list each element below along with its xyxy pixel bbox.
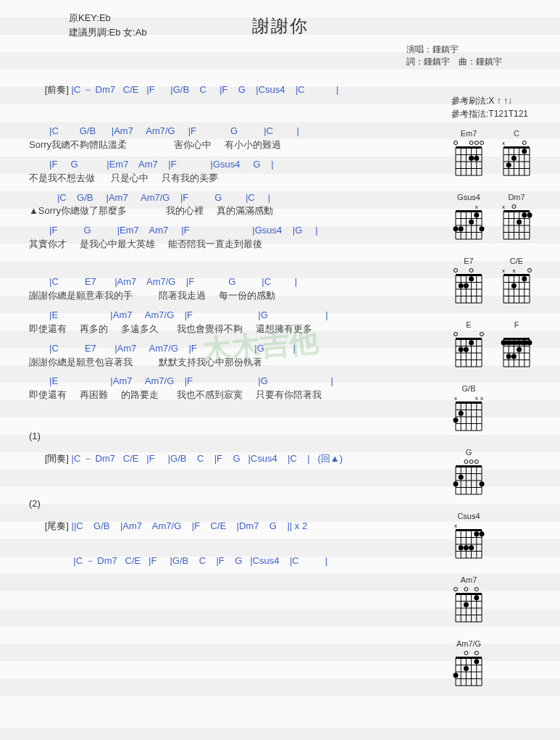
chord-diagram-f: F bbox=[499, 320, 534, 371]
svg-point-16 bbox=[475, 141, 478, 145]
svg-point-206 bbox=[464, 602, 469, 607]
svg-point-84 bbox=[459, 283, 464, 288]
svg-point-171 bbox=[454, 481, 459, 486]
chord-line: |E |Am7 Am7/G |F |G | bbox=[36, 375, 444, 388]
key-info: 原KEY:Eb 建議男調:Eb 女:Ab bbox=[69, 11, 147, 39]
chord-diagram-c-e: C/Exx bbox=[499, 257, 534, 307]
svg-point-209 bbox=[475, 588, 478, 591]
svg-point-82 bbox=[469, 276, 474, 281]
svg-point-191 bbox=[459, 545, 464, 550]
chord-diagram-em7: Em7 bbox=[451, 129, 486, 180]
svg-point-120 bbox=[480, 333, 484, 336]
lyric-line: 即使還有 再多的 多遠多久 我也會覺得不夠 還想擁有更多 bbox=[29, 323, 444, 336]
diagram-row: Gsus4xDm7x bbox=[451, 193, 553, 244]
diagram-row: E7C/Exx bbox=[451, 257, 553, 307]
lyric-line: ▲Sorry你總做了那麼多 我的心裡 真的滿滿感動 bbox=[29, 205, 444, 217]
lyric-line: 謝謝你總是願意包容著我 默默支持我心中那份執著 bbox=[29, 357, 444, 369]
svg-point-205 bbox=[474, 595, 479, 600]
svg-point-30 bbox=[522, 149, 527, 154]
chord-diagram-gsus4: Gsus4x bbox=[451, 193, 486, 244]
svg-point-67 bbox=[517, 220, 522, 225]
diagram-row: G/Bxxx bbox=[451, 384, 553, 435]
svg-point-15 bbox=[469, 141, 473, 145]
svg-point-32 bbox=[506, 162, 511, 167]
diagram-row: Am7 bbox=[451, 575, 553, 626]
svg-point-169 bbox=[459, 475, 464, 480]
svg-point-65 bbox=[527, 212, 532, 217]
svg-text:x: x bbox=[454, 523, 457, 529]
svg-point-34 bbox=[522, 141, 526, 145]
svg-point-224 bbox=[454, 673, 459, 678]
chord-diagram-am7-g: Am7/G bbox=[451, 639, 486, 690]
svg-point-138 bbox=[511, 354, 517, 359]
svg-text:x: x bbox=[502, 140, 505, 146]
chord-name: G bbox=[466, 448, 472, 457]
diagram-row: Csus4x bbox=[451, 512, 553, 562]
svg-text:x: x bbox=[454, 395, 457, 402]
chord-diagram-c: Cx bbox=[499, 129, 534, 180]
lyric-line: 其實你才 是我心中最大英雄 能否陪我一直走到最後 bbox=[29, 238, 444, 251]
diagram-row: G bbox=[451, 448, 553, 499]
svg-point-187 bbox=[480, 531, 485, 536]
chord-name: C/E bbox=[510, 257, 523, 265]
chord-line: |C E7 |Am7 Am7/G |F G |C | bbox=[36, 276, 444, 288]
svg-point-17 bbox=[480, 141, 484, 145]
svg-point-50 bbox=[459, 226, 464, 231]
outro-chords-1: ||C G/B |Am7 Am7/G |F C/E |Dm7 G || x 2 bbox=[69, 520, 307, 531]
chord-line: |C E7 |Am7 Am7/G |F |G | bbox=[36, 343, 444, 355]
intro-line: [前奏] |C － Dm7 C/E |F |G/B C |F G |Csus4 … bbox=[29, 72, 444, 107]
svg-point-49 bbox=[480, 226, 485, 231]
intro-chords: |C － Dm7 C/E |F |G/B C |F G |Csus4 |C | bbox=[69, 84, 339, 95]
outro-line-2: |C － Dm7 C/E |F |G/B C |F G |Csus4 |C | bbox=[55, 544, 444, 578]
chord-name: Em7 bbox=[461, 129, 477, 138]
chord-diagram-g: G bbox=[451, 448, 486, 499]
svg-point-51 bbox=[454, 226, 459, 231]
strum-pattern: 參考刷法:X ↑ ↑↓ bbox=[451, 94, 553, 107]
main-content: [前奏] |C － Dm7 C/E |F |G/B C |F G |Csus4 … bbox=[7, 72, 553, 703]
chord-name: E7 bbox=[464, 257, 473, 265]
lyric-line: 謝謝你總是願意牽我的手 陪著我走過 每一份的感動 bbox=[29, 290, 444, 302]
svg-point-86 bbox=[469, 269, 473, 273]
outro-tag: [尾奏] bbox=[45, 520, 69, 531]
chord-line: |C G/B |Am7 Am7/G |F G |C | bbox=[36, 192, 444, 204]
writer-credit: 詞：鍾鎮宇 曲：鍾鎮宇 bbox=[406, 56, 502, 68]
chord-diagrams: 參考刷法:X ↑ ↑↓ 參考指法:T121T121 Em7CxGsus4xDm7… bbox=[451, 72, 553, 703]
singer-credit: 演唱：鍾鎮宇 bbox=[406, 43, 502, 56]
chord-name: F bbox=[514, 320, 519, 329]
svg-point-69 bbox=[512, 205, 516, 209]
svg-point-12 bbox=[474, 156, 479, 161]
svg-point-66 bbox=[522, 212, 527, 217]
svg-point-83 bbox=[464, 283, 469, 288]
intro-tag: [前奏] bbox=[45, 84, 69, 95]
original-key: 原KEY:Eb bbox=[69, 11, 147, 25]
diagram-row: EF bbox=[451, 320, 553, 371]
svg-text:x: x bbox=[512, 267, 515, 274]
svg-point-47 bbox=[474, 212, 479, 217]
credits: 演唱：鍾鎮宇 詞：鍾鎮宇 曲：鍾鎮宇 bbox=[406, 43, 502, 68]
svg-point-117 bbox=[464, 347, 469, 352]
svg-point-137 bbox=[517, 347, 522, 352]
svg-point-100 bbox=[511, 283, 517, 288]
lyric-line: 不是我不想去做 只是心中 只有我的美夢 bbox=[29, 172, 444, 185]
svg-point-48 bbox=[469, 220, 474, 225]
chord-sheet: [前奏] |C － Dm7 C/E |F |G/B C |F G |Csus4 … bbox=[7, 72, 451, 703]
chord-diagram-csus4: Csus4x bbox=[451, 512, 486, 562]
svg-point-99 bbox=[522, 276, 527, 281]
chord-name: Dm7 bbox=[508, 193, 525, 201]
svg-point-153 bbox=[454, 417, 459, 423]
svg-point-118 bbox=[459, 347, 464, 352]
svg-point-207 bbox=[454, 588, 458, 591]
chord-line: |E |Am7 Am7/G |F |G | bbox=[36, 309, 444, 322]
chord-diagram-am7: Am7 bbox=[451, 575, 486, 626]
svg-point-172 bbox=[464, 460, 468, 464]
chord-name: Gsus4 bbox=[457, 193, 480, 201]
svg-point-119 bbox=[454, 333, 458, 336]
chord-name: G/B bbox=[462, 384, 476, 393]
lyric-line: 即使還有 再困難 的路要走 我也不感到寂寞 只要有你陪著我 bbox=[29, 389, 444, 402]
finger-pattern: 參考指法:T121T121 bbox=[451, 107, 553, 120]
interlude-tag: [間奏] bbox=[45, 453, 69, 464]
diagram-row: Am7/G bbox=[451, 639, 553, 690]
section-number: (1) bbox=[29, 431, 444, 441]
svg-point-208 bbox=[464, 588, 468, 591]
chord-diagram-dm7: Dm7x bbox=[499, 193, 534, 244]
